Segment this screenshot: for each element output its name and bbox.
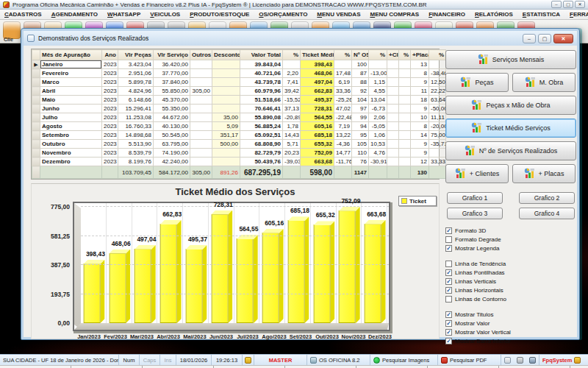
chart-bar[interactable] <box>339 210 356 323</box>
menu-item-cadastros[interactable]: CADASTROS <box>4 11 42 18</box>
col-header-n-os-10[interactable]: Nº OS <box>352 50 369 60</box>
button-n-de-servi-os-realizados[interactable]: Nº de Serviços Realizados <box>445 141 576 160</box>
checkbox-box[interactable]: ✓ <box>445 278 452 285</box>
button-m-obra[interactable]: M. Obra <box>512 73 576 92</box>
checkbox-box[interactable] <box>445 296 452 302</box>
chart-bar[interactable] <box>237 238 254 323</box>
col-header-cli-12[interactable]: +Cli <box>387 50 399 60</box>
checkbox-linhas-verticais[interactable]: ✓Linhas Verticais <box>445 277 576 286</box>
col-header-m-s-de-apura-o-0[interactable]: Mês de Apuração <box>40 50 102 60</box>
col-header--15[interactable]: % <box>429 50 446 60</box>
col-header--11[interactable]: % <box>369 50 387 60</box>
col-header-ticket-m-dio-8[interactable]: Ticket Médio <box>301 50 334 60</box>
menu-item-menu-compras[interactable]: MENU COMPRAS <box>370 11 419 18</box>
printer-icon[interactable] <box>517 357 523 364</box>
button-ticket-m-dio-servi-os[interactable]: Ticket Médio Serviços <box>445 118 576 138</box>
col-header--13[interactable]: % <box>399 50 411 60</box>
table-row[interactable]: Marco20235.899,7837.840,0043.739,787,414… <box>32 78 446 87</box>
search-images-button[interactable]: Pesquisar Imagens <box>370 355 438 365</box>
table-row[interactable]: Setembro202314.898,6850.545,00351,1765.0… <box>32 131 446 140</box>
checkbox-box[interactable]: ✓ <box>445 287 452 294</box>
button-grafico-1[interactable]: Grafico 1 <box>447 192 503 204</box>
app-minimize-button[interactable]: ‒ <box>551 1 562 8</box>
col-header--7[interactable]: % <box>283 50 301 60</box>
checkbox-box[interactable]: ✓ <box>445 329 452 336</box>
table-row[interactable]: Agosto202316.760,3340.130,005,0956.885,2… <box>32 122 446 131</box>
menu-item-financeiro[interactable]: FINANCEIRO <box>429 11 465 18</box>
col-header-vlr-pe-as-2[interactable]: Vlr Peças <box>118 50 154 60</box>
table-row[interactable]: Outubro20235.513,9063.795,00500,0068.808… <box>32 140 446 149</box>
button-grafico-2[interactable]: Grafico 2 <box>519 192 575 204</box>
checkbox-mostrar-valor-vertical[interactable]: ✓Mostrar Valor Vertical <box>445 328 576 336</box>
button-grafico-4[interactable]: Grafico 4 <box>519 208 575 219</box>
col-header-ano-1[interactable]: Ano <box>102 50 118 60</box>
checkbox-mostrar-barra-inferior[interactable]: ✓Mostrar Barra Inferior <box>445 337 576 345</box>
checkbox-mostrar-valor[interactable]: ✓Mostrar Valor <box>445 319 576 328</box>
menu-item-estatistica[interactable]: ESTATISTICA <box>523 11 560 18</box>
checkbox-linhas-de-contorno[interactable]: Linhas de Contorno <box>445 295 576 303</box>
row-selector <box>32 149 40 158</box>
button-pe-as[interactable]: Peças <box>445 73 509 92</box>
total-cell <box>429 166 446 179</box>
button-servi-os-mensais[interactable]: Serviços Mensais <box>445 50 576 69</box>
checkbox-mostrar-titulos[interactable]: ✓Mostrar Titulos <box>445 311 576 319</box>
table-row[interactable]: Dezembro20238.199,7642.240,0050.439,76-3… <box>32 158 446 166</box>
notebook-icon[interactable] <box>504 357 511 364</box>
menu-item-os-or-amento[interactable]: OS/ORÇAMENTO <box>259 11 307 18</box>
checkbox-box[interactable]: ✓ <box>445 269 452 276</box>
menu-item-menu-vendas[interactable]: MENU VENDAS <box>317 11 360 18</box>
window-minimize-button[interactable]: ‒ <box>523 34 536 43</box>
checkbox-box[interactable]: ✓ <box>445 320 452 327</box>
checkbox-formato-3d[interactable]: ✓Formato 3D <box>445 227 576 235</box>
checkbox-box[interactable]: ✓ <box>445 311 452 318</box>
menu-item-relat-rios[interactable]: RELATÓRIOS <box>475 11 513 18</box>
app-maximize-button[interactable]: ▢ <box>563 1 573 8</box>
button-pe-as-x-m-o-de-obra[interactable]: Peças x Mão de Obra <box>445 96 576 115</box>
window-titlebar[interactable]: Demonstrativo dos Serviços Realizados ‒ … <box>24 31 577 46</box>
search-pdf-button[interactable]: Pesquisar PDF <box>438 355 501 365</box>
window-maximize-button[interactable]: ▢ <box>538 34 551 43</box>
checkbox-mostrar-legenda[interactable]: ✓Mostrar Legenda <box>445 244 576 252</box>
col-header-vlr-servi-o-3[interactable]: Vlr Serviço <box>154 50 190 60</box>
chart-bar[interactable] <box>211 214 228 323</box>
app-close-button[interactable]: ✕ <box>575 1 585 8</box>
chart-bar[interactable] <box>186 249 203 323</box>
checkbox-box[interactable]: ✓ <box>445 227 452 234</box>
checkbox-linhas-pontilhadas[interactable]: ✓Linhas Pontilhadas <box>445 269 576 277</box>
checkbox-linha-de-tend-ncia[interactable]: Linha de Tendência <box>445 260 576 268</box>
menu-item-ferramentas[interactable]: FERRAMENTAS <box>570 11 588 18</box>
menu-item-produto-estoque[interactable]: PRODUTO/ESTOQUE <box>190 11 249 18</box>
checkbox-box[interactable] <box>445 236 452 243</box>
col-header-valor-total-6[interactable]: Valor Total <box>240 50 283 60</box>
chart-bar[interactable] <box>262 233 279 323</box>
col-header--9[interactable]: % <box>334 50 352 60</box>
chart-bar[interactable] <box>313 224 330 323</box>
table-row[interactable]: Fevereiro20232.951,0637.770,0040.721,062… <box>32 69 446 78</box>
checkbox-box[interactable] <box>445 261 452 267</box>
col-header-outros-4[interactable]: Outros <box>190 50 212 60</box>
table-row[interactable]: Abril20234.824,9655.850,00305,0060.979,9… <box>32 87 446 96</box>
chart-bar[interactable] <box>109 253 126 323</box>
table-row[interactable]: Julho202311.253,0844.672,0035,0055.890,0… <box>32 113 446 122</box>
chart-bar[interactable] <box>365 224 381 323</box>
checkbox-box[interactable]: ✓ <box>445 245 452 252</box>
menu-item-agendamento[interactable]: AGENDAMENTO <box>51 11 98 18</box>
table-row[interactable]: Junho202315.296,4155.350,0070.646,4137,1… <box>32 105 446 113</box>
button-placas[interactable]: + Placas <box>512 164 576 183</box>
checkbox-formato-degrade[interactable]: Formato Degrade <box>445 236 576 244</box>
checkbox-box[interactable]: ✓ <box>445 338 452 344</box>
button-grafico-3[interactable]: Grafico 3 <box>447 208 503 219</box>
checkbox-linhas-horizontais[interactable]: ✓Linhas Horizontais <box>445 286 576 294</box>
menu-item-whatsapp[interactable]: WHATSAPP <box>107 11 140 18</box>
window-close-button[interactable]: ✕ <box>553 34 573 43</box>
table-row[interactable]: Novembro20238.539,7974.190,0082.729,7920… <box>32 149 446 158</box>
cell: 33,33 <box>429 158 446 166</box>
button-clientes[interactable]: + Clientes <box>445 164 509 183</box>
col-header-desconto-5[interactable]: Desconto <box>212 50 240 60</box>
chart-bar[interactable] <box>135 249 151 323</box>
computer-icon[interactable] <box>529 357 536 364</box>
col-header-placa-14[interactable]: +Placa <box>411 50 429 60</box>
table-row[interactable]: Maio20236.148,6645.370,0051.518,66-15,52… <box>32 96 446 105</box>
menu-item-veiculos[interactable]: VEICULOS <box>150 11 180 18</box>
table-row[interactable]: ▶Janeiro20233.423,0436.420,0039.843,0439… <box>32 60 446 69</box>
